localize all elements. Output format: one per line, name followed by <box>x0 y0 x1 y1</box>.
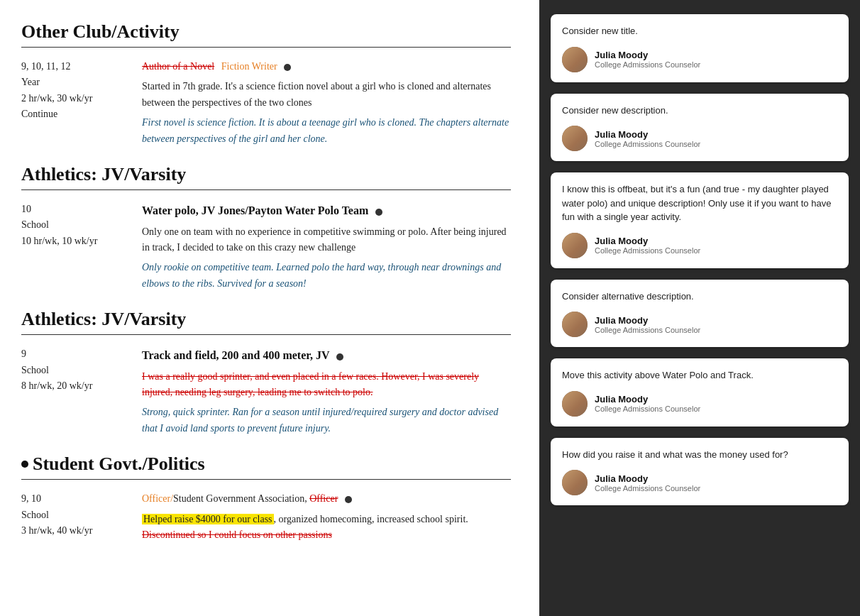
author-info-6: Julia Moody College Admissions Counselor <box>595 473 700 493</box>
avatar-5 <box>562 391 588 417</box>
comment-author-5: Julia Moody College Admissions Counselor <box>562 391 837 417</box>
description-replacement-waterpolo: Only rookie on competitive team. Learned… <box>142 260 511 292</box>
avatar-img-4 <box>562 312 588 337</box>
author-info-1: Julia Moody College Admissions Counselor <box>595 50 700 69</box>
hours-sga: 3 hr/wk, 40 wk/yr <box>21 523 142 539</box>
section-divider-athletics-2 <box>21 334 511 335</box>
content-waterpolo: Water polo, JV Jones/Payton Water Polo T… <box>142 202 511 292</box>
grades-novel: 9, 10, 11, 12 <box>21 59 142 75</box>
title-replacement-novel: Fiction Writer <box>221 61 277 72</box>
activity-sga: 9, 10 School 3 hr/wk, 40 wk/yr Officer/S… <box>21 491 511 547</box>
comment-text-1: Consider new title. <box>562 24 837 38</box>
connector-dot-novel <box>284 64 291 71</box>
avatar-6 <box>562 470 588 495</box>
activity-track: 9 School 8 hr/wk, 20 wk/yr Track and fie… <box>21 346 511 436</box>
time-period-novel: Year <box>21 75 142 90</box>
author-info-4: Julia Moody College Admissions Counselor <box>595 315 700 334</box>
comment-author-3: Julia Moody College Admissions Counselor <box>562 233 837 258</box>
grades-sga: 9, 10 <box>21 491 142 507</box>
time-period-sga: School <box>21 507 142 523</box>
activity-waterpolo: 10 School 10 hr/wk, 10 wk/yr Water polo,… <box>21 202 511 292</box>
comment-card-5: Move this activity above Water Polo and … <box>551 358 849 427</box>
description-waterpolo: Only one on team with no experience in c… <box>142 224 511 256</box>
avatar-img-5 <box>562 391 588 417</box>
section-title-athletics-1: Athletics: JV/Varsity <box>21 164 511 185</box>
title-waterpolo: Water polo, JV Jones/Payton Water Polo T… <box>142 204 368 216</box>
activity-meta-novel: 9, 10, 11, 12 Year 2 hr/wk, 30 wk/yr Con… <box>21 59 142 147</box>
description-replacement-novel: First novel is science fiction. It is ab… <box>142 115 511 147</box>
avatar-3 <box>562 233 588 258</box>
comment-text-5: Move this activity above Water Polo and … <box>562 368 837 383</box>
comment-card-4: Consider alternative description. Julia … <box>551 280 849 348</box>
author-name-4: Julia Moody <box>595 315 700 326</box>
activity-meta-waterpolo: 10 School 10 hr/wk, 10 wk/yr <box>21 202 142 292</box>
comment-author-1: Julia Moody College Admissions Counselor <box>562 47 837 72</box>
connector-dot-waterpolo <box>375 209 382 216</box>
section-title-other-club: Other Club/Activity <box>21 21 511 43</box>
description-sga: Helped raise $4000 for our class, organi… <box>142 512 511 544</box>
avatar-img-3 <box>562 233 588 258</box>
content-track: Track and field, 200 and 400 meter, JV I… <box>142 346 511 436</box>
author-title-1: College Admissions Counselor <box>595 60 700 69</box>
hours-novel: 2 hr/wk, 30 wk/yr <box>21 91 142 106</box>
section-divider-student-govt <box>21 479 511 480</box>
time-period-waterpolo: School <box>21 217 142 233</box>
activity-meta-track: 9 School 8 hr/wk, 20 wk/yr <box>21 346 142 436</box>
author-title-2: College Admissions Counselor <box>595 140 700 148</box>
comment-card-1: Consider new title. Julia Moody College … <box>551 14 849 82</box>
description-strikethrough-track: I was a really good sprinter, and even p… <box>142 369 511 401</box>
comment-card-3: I know this is offbeat, but it's a fun (… <box>551 172 849 268</box>
time-period-track: School <box>21 363 142 378</box>
connector-dot-sga <box>345 496 352 503</box>
author-info-5: Julia Moody College Admissions Counselor <box>595 394 700 413</box>
content-sga: Officer/Student Government Association, … <box>142 491 511 547</box>
author-title-5: College Admissions Counselor <box>595 405 700 413</box>
comment-card-6: How did you raise it and what was the mo… <box>551 438 849 506</box>
hours-waterpolo: 10 hr/wk, 10 wk/yr <box>21 233 142 249</box>
comment-text-4: Consider alternative description. <box>562 290 837 304</box>
comment-card-2: Consider new description. Julia Moody Co… <box>551 94 849 162</box>
activity-meta-sga: 9, 10 School 3 hr/wk, 40 wk/yr <box>21 491 142 547</box>
grades-track: 9 <box>21 346 142 362</box>
activity-novel: 9, 10, 11, 12 Year 2 hr/wk, 30 wk/yr Con… <box>21 59 511 147</box>
author-title-4: College Admissions Counselor <box>595 326 700 334</box>
description-highlight-sga: Helped raise $4000 for our class <box>142 514 274 524</box>
right-panel: Consider new title. Julia Moody College … <box>539 0 860 616</box>
label-sga: Officer/ <box>142 493 173 504</box>
grades-waterpolo: 10 <box>21 202 142 217</box>
section-divider <box>21 47 511 48</box>
author-name-6: Julia Moody <box>595 473 700 484</box>
hours-track: 8 hr/wk, 20 wk/yr <box>21 378 142 394</box>
description-rest-sga: , organized homecoming, increased school… <box>274 514 468 524</box>
content-novel: Author of a Novel Fiction Writer Started… <box>142 59 511 147</box>
bullet-dot-student-govt <box>21 461 28 468</box>
avatar-img-2 <box>562 126 588 151</box>
author-name-1: Julia Moody <box>595 50 700 60</box>
description-novel: Started in 7th grade. It's a science fic… <box>142 79 511 111</box>
description-replacement-track: Strong, quick sprinter. Ran for a season… <box>142 405 511 436</box>
description-strikethrough-sga: Discontinued so I could focus on other p… <box>142 529 332 540</box>
avatar-img-1 <box>562 47 588 72</box>
author-title-3: College Admissions Counselor <box>595 246 700 255</box>
author-name-3: Julia Moody <box>595 236 700 246</box>
comment-author-6: Julia Moody College Admissions Counselor <box>562 470 837 495</box>
title-track: Track and field, 200 and 400 meter, JV <box>142 349 329 361</box>
comment-author-2: Julia Moody College Admissions Counselor <box>562 126 837 151</box>
comment-author-4: Julia Moody College Admissions Counselor <box>562 312 837 337</box>
section-title-student-govt: Student Govt./Politics <box>21 453 511 475</box>
avatar-4 <box>562 312 588 337</box>
participation-novel: Continue <box>21 106 142 122</box>
author-info-3: Julia Moody College Admissions Counselor <box>595 236 700 255</box>
author-title-6: College Admissions Counselor <box>595 484 700 493</box>
avatar-2 <box>562 126 588 151</box>
section-title-athletics-2: Athletics: JV/Varsity <box>21 309 511 330</box>
avatar-img-6 <box>562 470 588 495</box>
connector-dot-track <box>336 353 343 361</box>
section-divider-athletics-1 <box>21 189 511 190</box>
title-strikethrough-novel: Author of a Novel <box>142 61 214 72</box>
author-info-2: Julia Moody College Admissions Counselor <box>595 129 700 148</box>
title-strikethrough-sga: Officer <box>309 493 338 504</box>
title-sga: Student Government Association, <box>173 493 307 504</box>
left-panel: Other Club/Activity 9, 10, 11, 12 Year 2… <box>0 0 539 616</box>
avatar-1 <box>562 47 588 72</box>
